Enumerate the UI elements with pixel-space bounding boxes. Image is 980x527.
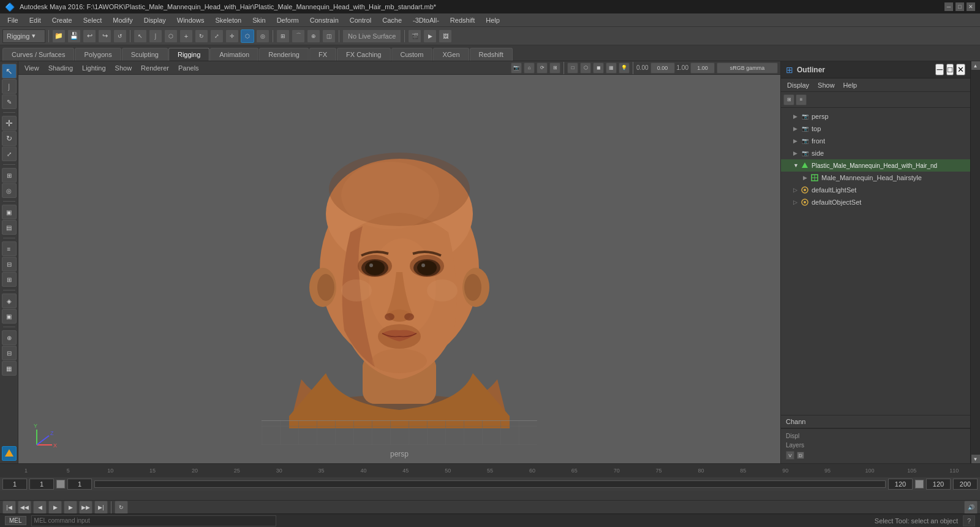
vp-offset-x-input[interactable]: 0.00 <box>650 63 675 74</box>
vp-snap-btn[interactable]: ⟳ <box>537 63 548 74</box>
snap-grid-button[interactable]: ⊞ <box>276 29 290 43</box>
outliner-minimize-button[interactable]: ─ <box>935 64 943 75</box>
menu-skeleton[interactable]: Skeleton <box>210 15 246 25</box>
tab-rigging[interactable]: Rigging <box>168 48 209 61</box>
tool-panel-2[interactable]: ▤ <box>2 220 17 235</box>
soft-select-button[interactable]: ◎ <box>256 29 270 43</box>
tool-panel-7[interactable]: ▣ <box>2 309 17 324</box>
menu-windows[interactable]: Windows <box>172 15 209 25</box>
layer-v-header[interactable]: V <box>786 451 794 460</box>
menu-3dtoall[interactable]: -3DtoAll- <box>408 15 444 25</box>
no-live-surface[interactable]: No Live Surface <box>342 29 401 43</box>
select-tool-button[interactable]: ↖ <box>2 64 17 78</box>
maximize-button[interactable]: □ <box>956 2 964 11</box>
tab-fx-caching[interactable]: FX Caching <box>337 48 390 61</box>
outliner-show-menu[interactable]: Show <box>814 81 839 89</box>
tool-panel-6[interactable]: ◈ <box>2 294 17 308</box>
viewport-view-menu[interactable]: View <box>21 64 43 72</box>
ipr-button[interactable]: ▶ <box>423 29 437 43</box>
menu-cache[interactable]: Cache <box>377 15 407 25</box>
sidebar-scroll-up[interactable]: ▲ <box>971 61 980 70</box>
vp-home-btn[interactable]: ⌂ <box>524 63 535 74</box>
outliner-display-menu[interactable]: Display <box>783 81 813 89</box>
vp-cam-btn[interactable]: 📷 <box>511 63 522 74</box>
vp-texture-btn[interactable]: ▦ <box>606 63 617 74</box>
play-button[interactable]: ▶ <box>48 501 62 514</box>
tool-panel-10[interactable]: ▦ <box>2 361 17 376</box>
outliner-icon-2[interactable]: ≡ <box>796 94 807 105</box>
scale-tool-button[interactable]: ⤢ <box>210 29 224 43</box>
vp-solid-btn[interactable]: ◼ <box>593 63 604 74</box>
outliner-item-persp[interactable]: ▶ 📷 persp <box>781 110 970 123</box>
menu-deform[interactable]: Deform <box>272 15 304 25</box>
tool-panel-1[interactable]: ▣ <box>2 205 17 219</box>
viewport-renderer-menu[interactable]: Renderer <box>137 64 173 72</box>
timeline-progress-bar[interactable] <box>94 480 886 488</box>
render-button[interactable]: 🎬 <box>408 29 421 43</box>
open-scene-button[interactable]: 📁 <box>52 29 66 43</box>
tool-panel-4[interactable]: ⊟ <box>2 257 17 271</box>
go-start-button[interactable]: |◀ <box>2 501 16 514</box>
tab-fx[interactable]: FX <box>309 48 336 61</box>
menu-select[interactable]: Select <box>78 15 107 25</box>
next-key-button[interactable]: ▶▶ <box>79 501 92 514</box>
universal-tool-button[interactable]: ✛ <box>225 29 239 43</box>
vp-offset-y-input[interactable]: 1.00 <box>690 63 715 74</box>
frame-value-input[interactable] <box>67 479 92 490</box>
outliner-item-hairstyle[interactable]: ▶ Male_Mannequin_Head_hairstyle <box>781 172 970 184</box>
tab-sculpting[interactable]: Sculpting <box>122 48 168 61</box>
playback-end-input[interactable] <box>926 479 951 490</box>
mel-badge[interactable]: MEL <box>5 516 26 525</box>
outliner-item-scene-root[interactable]: ▼ Plastic_Male_Mannequin_Head_with_Hair_… <box>781 159 970 172</box>
prev-frame-button[interactable]: ◀ <box>33 501 47 514</box>
display-render-button[interactable]: 🖼 <box>439 29 452 43</box>
vp-display-type[interactable]: □ <box>567 63 578 74</box>
help-icon[interactable]: ? <box>963 515 975 526</box>
snap-point-button[interactable]: ⊕ <box>307 29 320 43</box>
tab-polygons[interactable]: Polygons <box>75 48 121 61</box>
vp-grid-btn[interactable]: ⊞ <box>549 63 560 74</box>
select-mode-button[interactable]: ↖ <box>134 29 147 43</box>
vp-gamma-dropdown[interactable]: sRGB gamma <box>717 63 778 74</box>
outliner-maximize-button[interactable]: □ <box>946 64 954 75</box>
prev-key-button[interactable]: ◀◀ <box>18 501 31 514</box>
next-frame-button[interactable]: ▶ <box>64 501 77 514</box>
outliner-item-light-set[interactable]: ▷ defaultLightSet <box>781 184 970 196</box>
tool-panel-5[interactable]: ⊞ <box>2 272 17 287</box>
tab-animation[interactable]: Animation <box>210 48 258 61</box>
scale-tool-lt[interactable]: ⤢ <box>2 146 17 161</box>
tool-panel-9[interactable]: ⊟ <box>2 346 17 360</box>
menu-display[interactable]: Display <box>139 15 171 25</box>
menu-modify[interactable]: Modify <box>108 15 137 25</box>
tab-custom[interactable]: Custom <box>391 48 433 61</box>
vp-wire-btn[interactable]: ⬡ <box>580 63 591 74</box>
menu-constrain[interactable]: Constrain <box>305 15 344 25</box>
menu-edit[interactable]: Edit <box>24 15 46 25</box>
menu-control[interactable]: Control <box>345 15 376 25</box>
snap-curve-button[interactable]: ⌒ <box>292 29 305 43</box>
redo-button[interactable]: ↪ <box>98 29 111 43</box>
move-tool-button[interactable]: + <box>179 29 193 43</box>
lasso-select-button[interactable]: ⌡ <box>149 29 162 43</box>
outliner-help-menu[interactable]: Help <box>840 81 861 89</box>
tab-xgen[interactable]: XGen <box>433 48 469 61</box>
frame-display-input[interactable] <box>29 479 54 490</box>
sidebar-scroll-down[interactable]: ▼ <box>971 455 980 463</box>
menu-redshift[interactable]: Redshift <box>445 15 480 25</box>
outliner-item-object-set[interactable]: ▷ defaultObjectSet <box>781 196 970 208</box>
snap-view-button[interactable]: ◫ <box>322 29 336 43</box>
tab-redshift[interactable]: Redshift <box>470 48 513 61</box>
move-tool-lt[interactable]: ✛ <box>2 116 17 131</box>
rotate-tool-lt[interactable]: ↻ <box>2 131 17 146</box>
timeline-ruler[interactable]: 1 5 10 15 20 25 30 35 40 45 50 55 60 65 … <box>0 464 980 477</box>
tool-panel-3[interactable]: ≡ <box>2 241 17 256</box>
layer-d-header[interactable]: D <box>797 452 804 459</box>
tab-rendering[interactable]: Rendering <box>259 48 309 61</box>
soft-sel-lt[interactable]: ◎ <box>2 183 17 198</box>
outliner-item-side[interactable]: ▶ 📷 side <box>781 147 970 159</box>
viewport[interactable]: X Y Z persp <box>18 75 780 463</box>
loop-button[interactable]: ↻ <box>115 501 128 514</box>
outliner-item-front[interactable]: ▶ 📷 front <box>781 135 970 147</box>
current-frame-input[interactable] <box>2 479 27 490</box>
viewport-lighting-menu[interactable]: Lighting <box>78 64 110 72</box>
